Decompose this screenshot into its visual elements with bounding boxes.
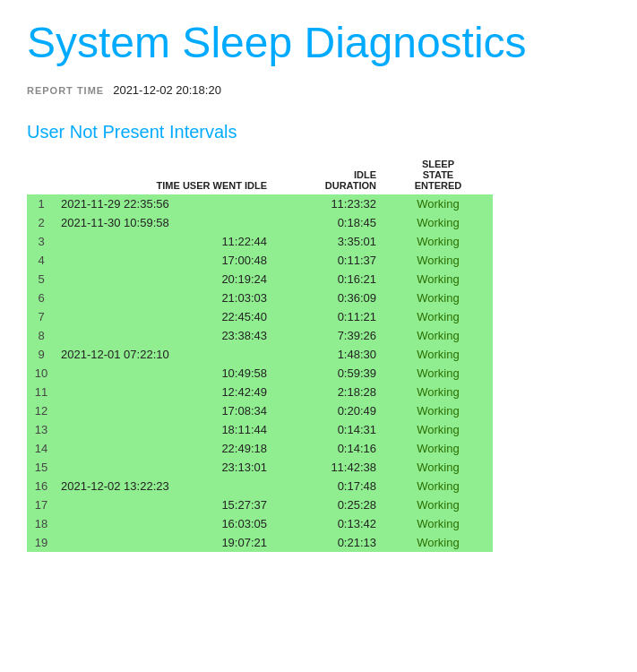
cell-row-num: 5: [27, 270, 56, 289]
cell-time: 19:07:21: [56, 533, 274, 552]
cell-time: 2021-12-02 13:22:23: [56, 477, 274, 495]
cell-sleep-state: Working: [383, 495, 493, 514]
table-row: 92021-12-01 07:22:101:48:30Working: [27, 345, 493, 364]
table-row: 1715:27:370:25:28Working: [27, 495, 493, 514]
cell-sleep-state: Working: [383, 420, 493, 439]
cell-row-num: 6: [27, 289, 56, 307]
table-row: 311:22:443:35:01Working: [27, 232, 493, 251]
cell-row-num: 8: [27, 326, 56, 345]
cell-time: 10:49:58: [56, 364, 274, 383]
cell-row-num: 11: [27, 383, 56, 401]
col-header-time: TIME USER WENT IDLE: [56, 155, 274, 194]
cell-sleep-state: Working: [383, 307, 493, 326]
report-time-label: REPORT TIME: [27, 85, 104, 96]
cell-row-num: 17: [27, 495, 56, 514]
cell-sleep-state: Working: [383, 364, 493, 383]
cell-idle-duration: 2:18:28: [274, 383, 383, 401]
cell-idle-duration: 0:21:13: [274, 533, 383, 552]
col-header-idle: IDLEDURATION: [274, 155, 383, 194]
table-row: 722:45:400:11:21Working: [27, 307, 493, 326]
table-row: 1919:07:210:21:13Working: [27, 533, 493, 552]
cell-time: 2021-12-01 07:22:10: [56, 345, 274, 364]
cell-time: 2021-11-30 10:59:58: [56, 213, 274, 232]
cell-row-num: 2: [27, 213, 56, 232]
cell-sleep-state: Working: [383, 477, 493, 495]
table-row: 22021-11-30 10:59:580:18:45Working: [27, 213, 493, 232]
table-row: 1422:49:180:14:16Working: [27, 439, 493, 458]
cell-time: 23:13:01: [56, 458, 274, 477]
cell-sleep-state: Working: [383, 251, 493, 270]
cell-idle-duration: 0:36:09: [274, 289, 383, 307]
cell-row-num: 19: [27, 533, 56, 552]
cell-sleep-state: Working: [383, 270, 493, 289]
cell-idle-duration: 0:25:28: [274, 495, 383, 514]
cell-time: 20:19:24: [56, 270, 274, 289]
cell-idle-duration: 0:11:37: [274, 251, 383, 270]
cell-sleep-state: Working: [383, 514, 493, 533]
cell-idle-duration: 3:35:01: [274, 232, 383, 251]
cell-time: 22:45:40: [56, 307, 274, 326]
cell-idle-duration: 0:14:31: [274, 420, 383, 439]
col-header-num: [27, 155, 56, 194]
cell-sleep-state: Working: [383, 533, 493, 552]
cell-row-num: 7: [27, 307, 56, 326]
cell-row-num: 3: [27, 232, 56, 251]
cell-sleep-state: Working: [383, 439, 493, 458]
cell-sleep-state: Working: [383, 194, 493, 213]
cell-time: 22:49:18: [56, 439, 274, 458]
cell-idle-duration: 11:42:38: [274, 458, 383, 477]
cell-sleep-state: Working: [383, 326, 493, 345]
table-row: 1816:03:050:13:42Working: [27, 514, 493, 533]
table-row: 417:00:480:11:37Working: [27, 251, 493, 270]
cell-idle-duration: 0:11:21: [274, 307, 383, 326]
cell-sleep-state: Working: [383, 383, 493, 401]
cell-idle-duration: 0:18:45: [274, 213, 383, 232]
cell-idle-duration: 0:13:42: [274, 514, 383, 533]
table-row: 621:03:030:36:09Working: [27, 289, 493, 307]
cell-sleep-state: Working: [383, 289, 493, 307]
cell-sleep-state: Working: [383, 213, 493, 232]
cell-sleep-state: Working: [383, 458, 493, 477]
cell-idle-duration: 0:20:49: [274, 401, 383, 420]
cell-time: 15:27:37: [56, 495, 274, 514]
cell-row-num: 10: [27, 364, 56, 383]
table-row: 162021-12-02 13:22:230:17:48Working: [27, 477, 493, 495]
report-time-value: 2021-12-02 20:18:20: [113, 83, 221, 97]
cell-time: 16:03:05: [56, 514, 274, 533]
cell-sleep-state: Working: [383, 345, 493, 364]
table-row: 1318:11:440:14:31Working: [27, 420, 493, 439]
table-row: 520:19:240:16:21Working: [27, 270, 493, 289]
col-header-sleep: SLEEPSTATEENTERED: [383, 155, 493, 194]
cell-idle-duration: 0:16:21: [274, 270, 383, 289]
cell-row-num: 14: [27, 439, 56, 458]
cell-row-num: 9: [27, 345, 56, 364]
table-row: 1112:42:492:18:28Working: [27, 383, 493, 401]
cell-time: 18:11:44: [56, 420, 274, 439]
cell-row-num: 4: [27, 251, 56, 270]
cell-idle-duration: 0:14:16: [274, 439, 383, 458]
cell-row-num: 12: [27, 401, 56, 420]
intervals-table: TIME USER WENT IDLE IDLEDURATION SLEEPST…: [27, 155, 493, 552]
cell-time: 23:38:43: [56, 326, 274, 345]
cell-time: 2021-11-29 22:35:56: [56, 194, 274, 213]
cell-time: 11:22:44: [56, 232, 274, 251]
cell-time: 21:03:03: [56, 289, 274, 307]
table-row: 1523:13:0111:42:38Working: [27, 458, 493, 477]
cell-time: 12:42:49: [56, 383, 274, 401]
table-row: 1217:08:340:20:49Working: [27, 401, 493, 420]
cell-time: 17:08:34: [56, 401, 274, 420]
table-row: 823:38:437:39:26Working: [27, 326, 493, 345]
table-row: 1010:49:580:59:39Working: [27, 364, 493, 383]
cell-row-num: 13: [27, 420, 56, 439]
cell-sleep-state: Working: [383, 401, 493, 420]
page-title: System Sleep Diagnostics: [27, 18, 610, 67]
cell-row-num: 15: [27, 458, 56, 477]
cell-idle-duration: 11:23:32: [274, 194, 383, 213]
cell-row-num: 1: [27, 194, 56, 213]
table-row: 12021-11-29 22:35:5611:23:32Working: [27, 194, 493, 213]
cell-idle-duration: 0:59:39: [274, 364, 383, 383]
cell-row-num: 16: [27, 477, 56, 495]
cell-idle-duration: 1:48:30: [274, 345, 383, 364]
cell-sleep-state: Working: [383, 232, 493, 251]
cell-idle-duration: 7:39:26: [274, 326, 383, 345]
